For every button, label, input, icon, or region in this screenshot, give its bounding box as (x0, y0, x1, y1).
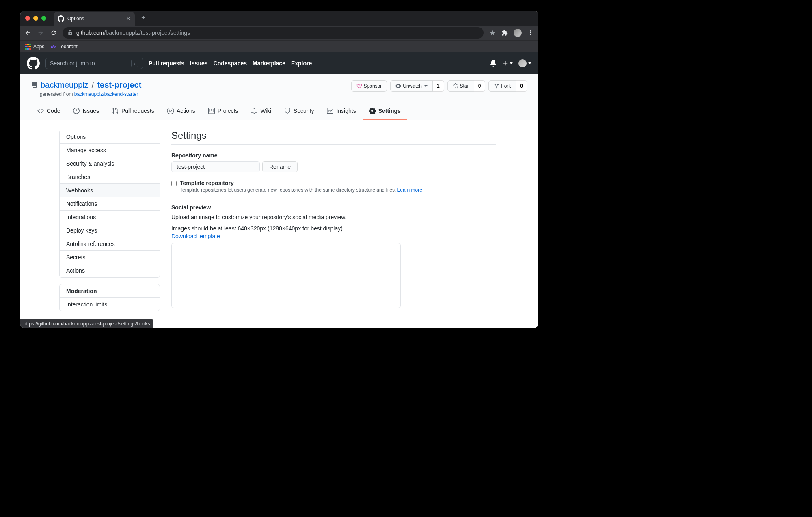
settings-content: Settings Repository name Rename Template… (171, 130, 496, 318)
moderation-heading: Moderation (60, 284, 160, 298)
apps-grid-icon (25, 44, 31, 50)
learn-more-link[interactable]: Learn more. (397, 187, 424, 193)
menu-dots-icon[interactable] (527, 30, 534, 36)
tab-issues[interactable]: Issues (67, 104, 105, 120)
nav-buttons (24, 30, 57, 36)
star-count[interactable]: 0 (474, 80, 486, 92)
gear-icon (369, 108, 376, 114)
lock-icon (67, 30, 73, 36)
profile-avatar-icon[interactable] (514, 29, 522, 37)
book-icon (251, 108, 257, 114)
nav-pull-requests[interactable]: Pull requests (149, 60, 184, 67)
reload-icon[interactable] (50, 30, 57, 36)
social-preview-desc1: Upload an image to customize your reposi… (171, 214, 496, 220)
search-input[interactable]: Search or jump to... / (45, 58, 143, 69)
nav-codespaces[interactable]: Codespaces (214, 60, 247, 67)
sponsor-button[interactable]: Sponsor (351, 80, 387, 92)
tab-insights[interactable]: Insights (320, 104, 362, 120)
maximize-window-button[interactable] (41, 16, 46, 21)
fork-icon (494, 83, 499, 89)
create-new-dropdown[interactable] (502, 60, 513, 67)
back-icon[interactable] (24, 30, 31, 36)
chevron-down-icon (510, 62, 513, 64)
repo-subtitle: generated from backmeupplz/backend-start… (40, 91, 141, 97)
download-template-link[interactable]: Download template (171, 233, 220, 239)
watch-count[interactable]: 1 (433, 80, 444, 92)
play-icon (167, 108, 174, 114)
sidebar-item-security-analysis[interactable]: Security & analysis (60, 157, 160, 170)
main-content: Options Manage access Security & analysi… (20, 120, 538, 318)
template-description: Template repositories let users generate… (180, 187, 423, 193)
sidebar-item-deploy-keys[interactable]: Deploy keys (60, 224, 160, 237)
tab-settings[interactable]: Settings (363, 104, 407, 120)
search-placeholder: Search or jump to... (50, 60, 99, 67)
sidebar-item-options[interactable]: Options (60, 130, 160, 144)
nav-marketplace[interactable]: Marketplace (253, 60, 285, 67)
bookmark-todorant[interactable]: dv Todorant (51, 44, 78, 50)
minimize-window-button[interactable] (33, 16, 38, 21)
rename-button[interactable]: Rename (262, 161, 298, 172)
tab-title: Options (67, 16, 123, 22)
sidebar-item-actions[interactable]: Actions (60, 264, 160, 277)
browser-chrome: Options ✕ + github.com/backmeupplz/test-… (20, 11, 538, 52)
moderation-menu: Moderation Interaction limits (59, 284, 160, 311)
user-menu[interactable] (518, 59, 531, 67)
todorant-icon: dv (51, 44, 56, 49)
unwatch-button[interactable]: Unwatch (390, 80, 433, 92)
bookmark-apps[interactable]: Apps (25, 44, 44, 50)
nav-issues[interactable]: Issues (190, 60, 208, 67)
template-source-link[interactable]: backmeupplz/backend-starter (74, 91, 138, 97)
sidebar-item-autolink[interactable]: Autolink references (60, 237, 160, 251)
repo-name-input[interactable] (171, 161, 260, 172)
repo-icon (31, 82, 37, 88)
settings-sidebar: Options Manage access Security & analysi… (59, 130, 160, 318)
url-text: github.com/backmeupplz/test-project/sett… (76, 30, 190, 36)
status-bar: https://github.com/backmeupplz/test-proj… (20, 319, 153, 328)
sidebar-item-interaction-limits[interactable]: Interaction limits (60, 298, 160, 311)
template-checkbox[interactable] (171, 181, 177, 186)
fork-button[interactable]: Fork (488, 80, 516, 92)
repo-name-link[interactable]: test-project (97, 80, 141, 90)
close-tab-icon[interactable]: ✕ (126, 15, 131, 22)
repo-header: backmeupplz / test-project generated fro… (20, 74, 538, 120)
github-logo-icon[interactable] (27, 57, 40, 70)
social-preview-upload[interactable] (171, 243, 401, 308)
sidebar-item-branches[interactable]: Branches (60, 170, 160, 184)
sidebar-item-manage-access[interactable]: Manage access (60, 144, 160, 157)
extensions-icon[interactable] (501, 30, 508, 36)
bell-icon[interactable] (490, 60, 497, 67)
tab-pull-requests[interactable]: Pull requests (106, 104, 161, 120)
project-icon (208, 108, 215, 114)
page-title: Settings (171, 130, 496, 145)
tab-actions[interactable]: Actions (161, 104, 202, 120)
addrbar-right (489, 29, 534, 37)
sidebar-item-webhooks[interactable]: Webhooks (60, 184, 160, 197)
window-controls (25, 16, 46, 21)
bookmark-label: Todorant (58, 44, 78, 50)
new-tab-button[interactable]: + (138, 12, 149, 24)
plus-icon (502, 60, 509, 67)
repo-owner-link[interactable]: backmeupplz (41, 80, 89, 90)
nav-explore[interactable]: Explore (291, 60, 312, 67)
repo-action-buttons: Sponsor Unwatch 1 Star 0 (351, 80, 527, 92)
tab-wiki[interactable]: Wiki (244, 104, 277, 120)
browser-tab[interactable]: Options ✕ (54, 12, 135, 26)
forward-icon[interactable] (37, 30, 44, 36)
sidebar-item-notifications[interactable]: Notifications (60, 197, 160, 211)
close-window-button[interactable] (25, 16, 30, 21)
browser-window: Options ✕ + github.com/backmeupplz/test-… (20, 11, 538, 328)
sidebar-item-integrations[interactable]: Integrations (60, 211, 160, 224)
sidebar-item-secrets[interactable]: Secrets (60, 251, 160, 264)
tab-code[interactable]: Code (31, 104, 67, 120)
shield-icon (284, 108, 291, 114)
fork-count[interactable]: 0 (516, 80, 527, 92)
social-preview-desc2: Images should be at least 640×320px (128… (171, 225, 496, 232)
url-input[interactable]: github.com/backmeupplz/test-project/sett… (63, 27, 484, 39)
tab-security[interactable]: Security (278, 104, 321, 120)
template-label: Template repository (180, 180, 423, 186)
path-separator: / (92, 80, 94, 90)
star-icon[interactable] (489, 30, 496, 36)
bookmark-label: Apps (33, 44, 44, 50)
star-button[interactable]: Star (447, 80, 474, 92)
tab-projects[interactable]: Projects (202, 104, 245, 120)
